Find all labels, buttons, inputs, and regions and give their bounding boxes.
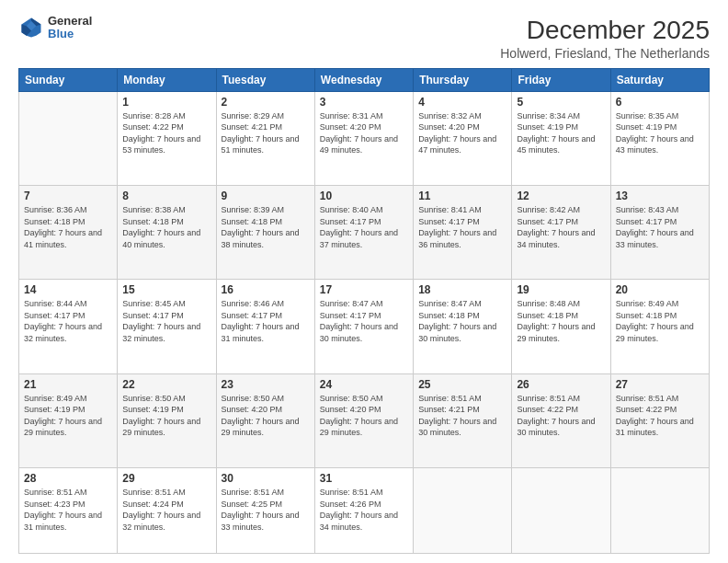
table-row: 30Sunrise: 8:51 AMSunset: 4:25 PMDayligh… — [216, 467, 314, 553]
table-row: 27Sunrise: 8:51 AMSunset: 4:22 PMDayligh… — [610, 373, 709, 467]
table-row — [19, 91, 118, 185]
header-sunday: Sunday — [19, 68, 118, 91]
table-row: 3Sunrise: 8:31 AMSunset: 4:20 PMDaylight… — [314, 91, 413, 185]
main-title: December 2025 — [500, 15, 710, 46]
day-info: Sunrise: 8:46 AMSunset: 4:17 PMDaylight:… — [222, 298, 310, 344]
day-info: Sunrise: 8:48 AMSunset: 4:18 PMDaylight:… — [517, 298, 605, 344]
day-number: 1 — [122, 96, 210, 109]
day-info: Sunrise: 8:36 AMSunset: 4:18 PMDaylight:… — [24, 204, 112, 250]
day-info: Sunrise: 8:31 AMSunset: 4:20 PMDaylight:… — [320, 110, 408, 156]
day-info: Sunrise: 8:50 AMSunset: 4:20 PMDaylight:… — [222, 393, 310, 439]
day-info: Sunrise: 8:51 AMSunset: 4:22 PMDaylight:… — [517, 393, 605, 439]
day-info: Sunrise: 8:43 AMSunset: 4:17 PMDaylight:… — [616, 204, 704, 250]
day-number: 29 — [122, 472, 210, 485]
day-info: Sunrise: 8:51 AMSunset: 4:21 PMDaylight:… — [418, 393, 506, 439]
header-thursday: Thursday — [414, 68, 512, 91]
day-header-row: Sunday Monday Tuesday Wednesday Thursday… — [19, 68, 710, 91]
day-number: 9 — [222, 190, 310, 202]
day-info: Sunrise: 8:51 AMSunset: 4:25 PMDaylight:… — [222, 487, 310, 533]
table-row: 29Sunrise: 8:51 AMSunset: 4:24 PMDayligh… — [118, 467, 216, 553]
table-row — [610, 467, 709, 553]
day-info: Sunrise: 8:50 AMSunset: 4:20 PMDaylight:… — [320, 393, 408, 439]
day-number: 15 — [122, 283, 210, 296]
day-info: Sunrise: 8:49 AMSunset: 4:18 PMDaylight:… — [616, 298, 704, 344]
header-tuesday: Tuesday — [216, 68, 314, 91]
calendar-table: Sunday Monday Tuesday Wednesday Thursday… — [18, 68, 710, 554]
day-info: Sunrise: 8:51 AMSunset: 4:24 PMDaylight:… — [122, 487, 210, 533]
table-row: 20Sunrise: 8:49 AMSunset: 4:18 PMDayligh… — [610, 280, 709, 373]
day-number: 26 — [517, 378, 605, 391]
day-number: 7 — [24, 190, 112, 202]
day-number: 10 — [320, 190, 408, 202]
table-row: 13Sunrise: 8:43 AMSunset: 4:17 PMDayligh… — [610, 185, 709, 279]
day-info: Sunrise: 8:32 AMSunset: 4:20 PMDaylight:… — [418, 110, 506, 156]
day-number: 5 — [517, 96, 605, 109]
table-row — [512, 467, 610, 553]
calendar-body: 1Sunrise: 8:28 AMSunset: 4:22 PMDaylight… — [19, 91, 710, 553]
header-friday: Friday — [512, 68, 610, 91]
table-row: 11Sunrise: 8:41 AMSunset: 4:17 PMDayligh… — [414, 185, 512, 279]
day-number: 18 — [418, 283, 506, 296]
day-number: 16 — [222, 283, 310, 296]
day-number: 19 — [517, 283, 605, 296]
day-number: 8 — [122, 190, 210, 202]
day-number: 13 — [616, 190, 704, 202]
page: General Blue December 2025 Holwerd, Frie… — [0, 0, 728, 563]
day-info: Sunrise: 8:39 AMSunset: 4:18 PMDaylight:… — [222, 204, 310, 250]
logo-general-text: General — [48, 15, 92, 28]
table-row: 10Sunrise: 8:40 AMSunset: 4:17 PMDayligh… — [314, 185, 413, 279]
day-info: Sunrise: 8:29 AMSunset: 4:21 PMDaylight:… — [222, 110, 310, 156]
day-info: Sunrise: 8:51 AMSunset: 4:23 PMDaylight:… — [24, 487, 112, 533]
day-number: 11 — [418, 190, 506, 202]
header-saturday: Saturday — [610, 68, 709, 91]
day-number: 28 — [24, 472, 112, 485]
day-number: 14 — [24, 283, 112, 296]
day-number: 25 — [418, 378, 506, 391]
table-row: 16Sunrise: 8:46 AMSunset: 4:17 PMDayligh… — [216, 280, 314, 373]
day-number: 21 — [24, 378, 112, 391]
table-row: 25Sunrise: 8:51 AMSunset: 4:21 PMDayligh… — [414, 373, 512, 467]
day-number: 2 — [222, 96, 310, 109]
table-row: 9Sunrise: 8:39 AMSunset: 4:18 PMDaylight… — [216, 185, 314, 279]
logo-blue-text: Blue — [48, 28, 92, 40]
table-row: 17Sunrise: 8:47 AMSunset: 4:17 PMDayligh… — [314, 280, 413, 373]
table-row: 12Sunrise: 8:42 AMSunset: 4:17 PMDayligh… — [512, 185, 610, 279]
table-row: 15Sunrise: 8:45 AMSunset: 4:17 PMDayligh… — [118, 280, 216, 373]
day-info: Sunrise: 8:28 AMSunset: 4:22 PMDaylight:… — [122, 110, 210, 156]
day-info: Sunrise: 8:34 AMSunset: 4:19 PMDaylight:… — [517, 110, 605, 156]
header-monday: Monday — [118, 68, 216, 91]
day-number: 17 — [320, 283, 408, 296]
calendar-week-row: 1Sunrise: 8:28 AMSunset: 4:22 PMDaylight… — [19, 91, 710, 185]
table-row — [414, 467, 512, 553]
day-number: 23 — [222, 378, 310, 391]
day-info: Sunrise: 8:35 AMSunset: 4:19 PMDaylight:… — [616, 110, 704, 156]
table-row: 18Sunrise: 8:47 AMSunset: 4:18 PMDayligh… — [414, 280, 512, 373]
day-number: 27 — [616, 378, 704, 391]
logo-icon — [18, 15, 44, 40]
day-info: Sunrise: 8:50 AMSunset: 4:19 PMDaylight:… — [122, 393, 210, 439]
table-row: 8Sunrise: 8:38 AMSunset: 4:18 PMDaylight… — [118, 185, 216, 279]
day-number: 24 — [320, 378, 408, 391]
table-row: 2Sunrise: 8:29 AMSunset: 4:21 PMDaylight… — [216, 91, 314, 185]
table-row: 31Sunrise: 8:51 AMSunset: 4:26 PMDayligh… — [314, 467, 413, 553]
calendar-week-row: 21Sunrise: 8:49 AMSunset: 4:19 PMDayligh… — [19, 373, 710, 467]
table-row: 14Sunrise: 8:44 AMSunset: 4:17 PMDayligh… — [19, 280, 118, 373]
calendar-header: Sunday Monday Tuesday Wednesday Thursday… — [19, 68, 710, 91]
day-number: 6 — [616, 96, 704, 109]
logo: General Blue — [18, 15, 92, 41]
day-info: Sunrise: 8:42 AMSunset: 4:17 PMDaylight:… — [517, 204, 605, 250]
table-row: 23Sunrise: 8:50 AMSunset: 4:20 PMDayligh… — [216, 373, 314, 467]
day-info: Sunrise: 8:51 AMSunset: 4:22 PMDaylight:… — [616, 393, 704, 439]
day-info: Sunrise: 8:45 AMSunset: 4:17 PMDaylight:… — [122, 298, 210, 344]
table-row: 5Sunrise: 8:34 AMSunset: 4:19 PMDaylight… — [512, 91, 610, 185]
calendar-week-row: 14Sunrise: 8:44 AMSunset: 4:17 PMDayligh… — [19, 280, 710, 373]
day-info: Sunrise: 8:51 AMSunset: 4:26 PMDaylight:… — [320, 487, 408, 533]
day-info: Sunrise: 8:47 AMSunset: 4:18 PMDaylight:… — [418, 298, 506, 344]
table-row: 4Sunrise: 8:32 AMSunset: 4:20 PMDaylight… — [414, 91, 512, 185]
calendar-week-row: 28Sunrise: 8:51 AMSunset: 4:23 PMDayligh… — [19, 467, 710, 553]
table-row: 24Sunrise: 8:50 AMSunset: 4:20 PMDayligh… — [314, 373, 413, 467]
subtitle: Holwerd, Friesland, The Netherlands — [500, 46, 710, 61]
day-number: 31 — [320, 472, 408, 485]
day-number: 3 — [320, 96, 408, 109]
table-row: 7Sunrise: 8:36 AMSunset: 4:18 PMDaylight… — [19, 185, 118, 279]
